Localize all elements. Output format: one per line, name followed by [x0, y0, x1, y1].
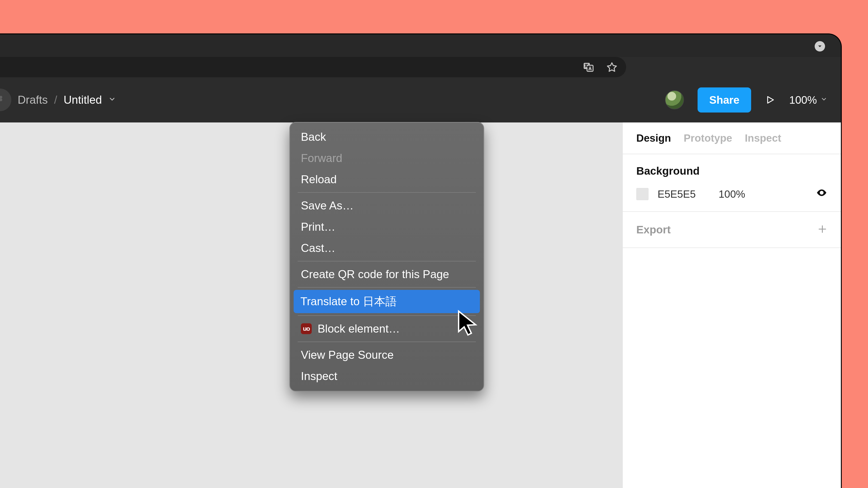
title-dropdown-button[interactable]: [815, 41, 825, 52]
figma-logo-icon: [0, 94, 5, 105]
export-section[interactable]: Export: [623, 212, 841, 248]
ctx-block-label: Block element…: [318, 322, 400, 335]
zoom-value: 100%: [789, 94, 817, 106]
ctx-save-as[interactable]: Save As…: [294, 195, 479, 216]
chevron-down-icon: [820, 95, 827, 105]
ctx-block-element[interactable]: uo Block element…: [294, 318, 479, 339]
visibility-toggle[interactable]: [816, 187, 827, 201]
ctx-separator: [298, 261, 476, 261]
svg-point-5: [0, 98, 2, 101]
background-section: Background E5E5E5 100%: [623, 154, 841, 212]
figma-toolbar: Drafts / Untitled Share 100%: [0, 77, 841, 123]
ublock-icon: uo: [301, 323, 312, 334]
background-hex[interactable]: E5E5E5: [657, 188, 710, 200]
browser-urlbar: [0, 57, 841, 77]
ctx-qr[interactable]: Create QR code for this Page: [294, 264, 479, 285]
chevron-down-icon[interactable]: [108, 95, 116, 105]
tab-prototype[interactable]: Prototype: [684, 132, 732, 144]
background-row[interactable]: E5E5E5 100%: [636, 187, 827, 201]
share-button[interactable]: Share: [698, 88, 751, 112]
avatar[interactable]: [665, 90, 684, 109]
chevron-down-icon: [817, 44, 822, 49]
browser-titlebar: [0, 34, 841, 57]
present-button[interactable]: [765, 94, 776, 105]
ctx-separator: [298, 341, 476, 342]
background-opacity[interactable]: 100%: [719, 188, 764, 200]
add-export-button[interactable]: [817, 222, 827, 237]
ctx-print[interactable]: Print…: [294, 216, 479, 237]
svg-point-8: [821, 192, 823, 194]
breadcrumb-folder[interactable]: Drafts: [18, 93, 48, 106]
figma-menu-button[interactable]: [0, 89, 11, 111]
zoom-control[interactable]: 100%: [789, 94, 827, 106]
ctx-separator: [298, 315, 476, 316]
ctx-reload[interactable]: Reload: [294, 169, 479, 190]
tab-inspect[interactable]: Inspect: [745, 132, 781, 144]
play-icon: [765, 95, 775, 105]
ctx-cast[interactable]: Cast…: [294, 237, 479, 259]
ctx-back[interactable]: Back: [294, 126, 479, 148]
export-title: Export: [636, 223, 671, 236]
ctx-translate[interactable]: Translate to 日本語: [293, 290, 480, 313]
tab-design[interactable]: Design: [636, 132, 671, 144]
context-menu: Back Forward Reload Save As… Print… Cast…: [289, 122, 484, 392]
breadcrumb-sep: /: [54, 93, 57, 106]
svg-point-3: [0, 96, 2, 98]
translate-icon[interactable]: [583, 61, 594, 73]
panel-tabs: Design Prototype Inspect: [623, 123, 841, 154]
ctx-separator: [298, 192, 476, 193]
eye-icon: [816, 187, 827, 198]
breadcrumb[interactable]: Drafts / Untitled: [18, 93, 116, 106]
background-title: Background: [636, 165, 827, 177]
ctx-inspect[interactable]: Inspect: [294, 365, 479, 387]
svg-marker-7: [768, 96, 774, 103]
plus-icon: [817, 224, 827, 234]
ctx-view-source[interactable]: View Page Source: [294, 344, 479, 365]
color-swatch[interactable]: [636, 188, 649, 200]
right-panel: Design Prototype Inspect Background E5E5…: [622, 123, 841, 488]
ctx-forward: Forward: [294, 148, 479, 169]
star-icon[interactable]: [606, 61, 618, 73]
ctx-separator: [298, 287, 476, 288]
breadcrumb-file[interactable]: Untitled: [64, 93, 102, 106]
url-field[interactable]: [0, 57, 626, 77]
